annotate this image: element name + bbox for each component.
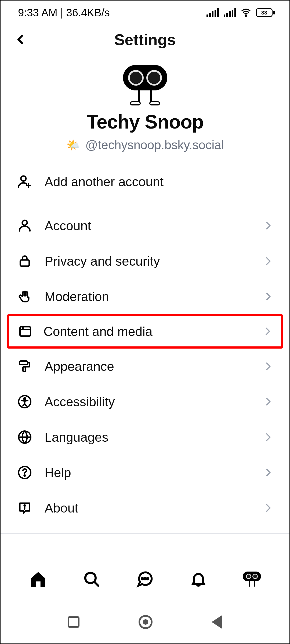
add-account-row[interactable]: Add another account xyxy=(1,164,289,199)
profile-section: Techy Snoop 🌤️ @techysnoop.bsky.social xyxy=(1,54,289,160)
menu-item-accessibility[interactable]: Accessibility xyxy=(1,384,289,419)
chevron-right-icon xyxy=(262,326,273,337)
chevron-right-icon xyxy=(263,503,273,513)
svg-rect-9 xyxy=(20,361,28,365)
wifi-icon xyxy=(241,8,251,18)
svg-point-1 xyxy=(21,176,26,181)
menu-label: Privacy and security xyxy=(33,254,263,269)
user-icon xyxy=(17,218,33,234)
avatar-mini-icon xyxy=(243,572,261,587)
svg-line-19 xyxy=(95,582,98,586)
menu-item-moderation[interactable]: Moderation xyxy=(1,279,289,314)
svg-point-20 xyxy=(142,578,143,580)
tab-search[interactable] xyxy=(81,568,102,590)
android-nav-bar xyxy=(1,601,289,643)
tab-home[interactable] xyxy=(27,568,49,590)
status-time: 9:33 AM xyxy=(18,7,57,19)
menu-item-appearance[interactable]: Appearance xyxy=(1,349,289,384)
bell-icon xyxy=(190,570,207,588)
help-icon xyxy=(17,464,33,481)
tab-profile[interactable] xyxy=(241,568,263,590)
paint-roller-icon xyxy=(17,358,33,374)
svg-point-4 xyxy=(22,220,27,225)
divider xyxy=(1,533,289,534)
menu-label: Accessibility xyxy=(33,394,263,409)
globe-icon xyxy=(17,429,33,445)
menu-label: Help xyxy=(33,465,263,480)
svg-point-0 xyxy=(245,15,247,16)
profile-handle: @techysnoop.bsky.social xyxy=(85,138,224,152)
status-bar: 9:33 AM | 36.4KB/s 33 xyxy=(1,1,289,25)
chevron-right-icon xyxy=(263,396,273,407)
chevron-right-icon xyxy=(263,432,273,442)
tab-notifications[interactable] xyxy=(188,568,209,590)
android-home-button[interactable] xyxy=(139,615,153,629)
chevron-right-icon xyxy=(263,361,273,372)
android-recents-button[interactable] xyxy=(68,616,79,628)
status-net-speed: 36.4KB/s xyxy=(66,7,110,19)
menu-label: Account xyxy=(33,218,263,233)
menu-item-account[interactable]: Account xyxy=(1,208,289,243)
profile-name: Techy Snoop xyxy=(1,111,289,133)
info-icon xyxy=(17,500,33,516)
svg-point-21 xyxy=(144,578,146,580)
chevron-right-icon xyxy=(263,467,273,478)
tab-chat[interactable] xyxy=(134,568,156,590)
sun-icon: 🌤️ xyxy=(66,138,80,152)
menu-label: Moderation xyxy=(33,289,263,304)
menu-label: About xyxy=(33,501,263,515)
svg-rect-6 xyxy=(20,327,31,336)
menu-label: Content and media xyxy=(33,324,262,339)
svg-point-12 xyxy=(24,398,26,400)
svg-point-16 xyxy=(24,505,26,506)
svg-rect-10 xyxy=(23,367,26,371)
hand-icon xyxy=(17,288,33,305)
window-icon xyxy=(17,323,33,339)
avatar[interactable] xyxy=(1,65,289,103)
page-title: Settings xyxy=(11,31,279,49)
chevron-right-icon xyxy=(263,291,273,302)
add-user-icon xyxy=(17,174,33,190)
svg-point-15 xyxy=(24,475,26,476)
tab-bar xyxy=(1,560,289,598)
accessibility-icon xyxy=(17,394,33,410)
add-account-label: Add another account xyxy=(33,174,273,189)
lock-icon xyxy=(17,253,33,269)
menu-item-privacy[interactable]: Privacy and security xyxy=(1,243,289,279)
menu-label: Appearance xyxy=(33,359,263,374)
svg-rect-5 xyxy=(20,260,29,266)
battery-pct: 33 xyxy=(256,8,273,17)
menu-item-about[interactable]: About xyxy=(1,490,289,526)
avatar-icon xyxy=(123,65,167,90)
header: Settings xyxy=(1,25,289,54)
menu-item-languages[interactable]: Languages xyxy=(1,419,289,455)
status-time-speed: 9:33 AM | 36.4KB/s xyxy=(18,7,110,19)
android-back-button[interactable] xyxy=(212,615,222,629)
chat-icon xyxy=(136,570,154,588)
status-right: 33 xyxy=(206,8,275,18)
chevron-right-icon xyxy=(263,220,273,231)
search-icon xyxy=(83,570,100,588)
menu-label: Languages xyxy=(33,430,263,445)
menu-item-content-media[interactable]: Content and media xyxy=(7,314,283,349)
signal-icon-1 xyxy=(206,8,219,17)
divider xyxy=(1,205,289,205)
battery-indicator: 33 xyxy=(256,8,275,17)
home-icon xyxy=(29,570,48,588)
signal-icon-2 xyxy=(224,8,236,17)
chevron-right-icon xyxy=(263,256,273,266)
menu-item-help[interactable]: Help xyxy=(1,455,289,490)
svg-point-22 xyxy=(147,578,148,580)
